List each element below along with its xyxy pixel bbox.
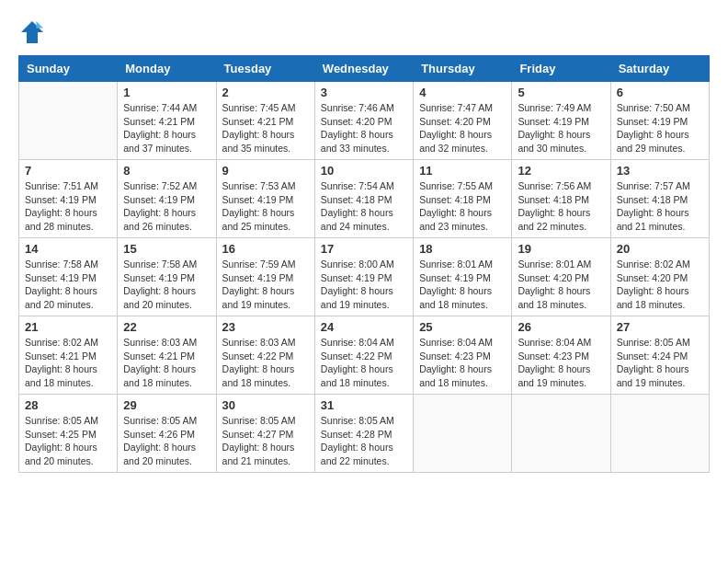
day-info: Sunrise: 8:02 AM Sunset: 4:21 PM Dayligh… [25,336,111,390]
day-info: Sunrise: 7:54 AM Sunset: 4:18 PM Dayligh… [321,179,407,234]
day-number: 26 [518,320,604,334]
calendar-cell: 29Sunrise: 8:05 AM Sunset: 4:26 PM Dayli… [118,395,216,473]
day-info: Sunrise: 8:00 AM Sunset: 4:19 PM Dayligh… [321,258,407,312]
day-number: 19 [518,242,604,256]
day-info: Sunrise: 7:52 AM Sunset: 4:19 PM Dayligh… [123,179,210,234]
calendar-cell [414,395,512,473]
day-info: Sunrise: 7:56 AM Sunset: 4:18 PM Dayligh… [518,179,604,234]
calendar-cell [512,395,610,473]
day-info: Sunrise: 7:53 AM Sunset: 4:19 PM Dayligh… [222,179,309,234]
day-number: 18 [419,242,506,256]
calendar-cell: 15Sunrise: 7:58 AM Sunset: 4:19 PM Dayli… [118,238,216,316]
page-header [18,18,710,46]
calendar-cell: 13Sunrise: 7:57 AM Sunset: 4:18 PM Dayli… [610,160,709,238]
day-info: Sunrise: 8:01 AM Sunset: 4:19 PM Dayligh… [419,258,506,312]
svg-marker-1 [37,21,44,29]
day-number: 9 [222,164,309,178]
weekday-header-friday: Friday [512,56,610,82]
weekday-header-saturday: Saturday [610,56,709,82]
day-info: Sunrise: 8:04 AM Sunset: 4:22 PM Dayligh… [321,336,407,390]
day-number: 25 [419,320,506,334]
day-number: 2 [222,86,309,99]
calendar-cell: 19Sunrise: 8:01 AM Sunset: 4:20 PM Dayli… [512,238,610,316]
calendar-week-1: 1Sunrise: 7:44 AM Sunset: 4:21 PM Daylig… [19,82,710,160]
calendar-cell [19,82,118,160]
calendar-cell: 4Sunrise: 7:47 AM Sunset: 4:20 PM Daylig… [414,82,512,160]
calendar-cell: 23Sunrise: 8:03 AM Sunset: 4:22 PM Dayli… [216,316,314,395]
weekday-header-monday: Monday [118,56,216,82]
calendar-cell: 10Sunrise: 7:54 AM Sunset: 4:18 PM Dayli… [314,160,413,238]
calendar-cell: 22Sunrise: 8:03 AM Sunset: 4:21 PM Dayli… [118,316,216,395]
day-number: 30 [222,398,309,412]
calendar-week-2: 7Sunrise: 7:51 AM Sunset: 4:19 PM Daylig… [19,160,710,238]
calendar-week-4: 21Sunrise: 8:02 AM Sunset: 4:21 PM Dayli… [19,316,710,395]
day-info: Sunrise: 8:05 AM Sunset: 4:24 PM Dayligh… [617,336,703,390]
day-info: Sunrise: 7:46 AM Sunset: 4:20 PM Dayligh… [321,101,407,155]
day-number: 17 [321,242,407,256]
calendar-cell: 31Sunrise: 8:05 AM Sunset: 4:28 PM Dayli… [314,395,413,473]
calendar-cell: 1Sunrise: 7:44 AM Sunset: 4:21 PM Daylig… [118,82,216,160]
calendar-cell: 25Sunrise: 8:04 AM Sunset: 4:23 PM Dayli… [414,316,512,395]
day-info: Sunrise: 8:04 AM Sunset: 4:23 PM Dayligh… [419,336,506,390]
calendar-week-3: 14Sunrise: 7:58 AM Sunset: 4:19 PM Dayli… [19,238,710,316]
calendar-cell: 24Sunrise: 8:04 AM Sunset: 4:22 PM Dayli… [314,316,413,395]
day-info: Sunrise: 8:05 AM Sunset: 4:28 PM Dayligh… [321,414,407,468]
calendar-cell: 8Sunrise: 7:52 AM Sunset: 4:19 PM Daylig… [118,160,216,238]
calendar-cell: 21Sunrise: 8:02 AM Sunset: 4:21 PM Dayli… [19,316,118,395]
day-number: 21 [25,320,111,334]
day-info: Sunrise: 8:05 AM Sunset: 4:26 PM Dayligh… [123,414,210,468]
day-info: Sunrise: 8:01 AM Sunset: 4:20 PM Dayligh… [518,258,604,312]
weekday-header-tuesday: Tuesday [216,56,314,82]
calendar-cell: 27Sunrise: 8:05 AM Sunset: 4:24 PM Dayli… [610,316,709,395]
day-number: 3 [321,86,407,99]
calendar-cell: 20Sunrise: 8:02 AM Sunset: 4:20 PM Dayli… [610,238,709,316]
calendar-cell: 17Sunrise: 8:00 AM Sunset: 4:19 PM Dayli… [314,238,413,316]
day-number: 24 [321,320,407,334]
calendar-cell: 30Sunrise: 8:05 AM Sunset: 4:27 PM Dayli… [216,395,314,473]
calendar-cell: 28Sunrise: 8:05 AM Sunset: 4:25 PM Dayli… [19,395,118,473]
day-info: Sunrise: 7:59 AM Sunset: 4:19 PM Dayligh… [222,258,309,312]
calendar-cell: 18Sunrise: 8:01 AM Sunset: 4:19 PM Dayli… [414,238,512,316]
calendar-cell: 3Sunrise: 7:46 AM Sunset: 4:20 PM Daylig… [314,82,413,160]
weekday-header-sunday: Sunday [19,56,118,82]
calendar-cell: 6Sunrise: 7:50 AM Sunset: 4:19 PM Daylig… [610,82,709,160]
day-info: Sunrise: 8:05 AM Sunset: 4:27 PM Dayligh… [222,414,309,468]
day-info: Sunrise: 7:49 AM Sunset: 4:19 PM Dayligh… [518,101,604,155]
day-number: 23 [222,320,309,334]
day-number: 22 [123,320,210,334]
calendar-cell: 11Sunrise: 7:55 AM Sunset: 4:18 PM Dayli… [414,160,512,238]
day-number: 12 [518,164,604,178]
calendar-cell: 12Sunrise: 7:56 AM Sunset: 4:18 PM Dayli… [512,160,610,238]
day-number: 6 [617,86,703,99]
day-number: 8 [123,164,210,178]
calendar-table: SundayMondayTuesdayWednesdayThursdayFrid… [18,55,710,473]
day-info: Sunrise: 7:58 AM Sunset: 4:19 PM Dayligh… [25,258,111,312]
calendar-cell: 16Sunrise: 7:59 AM Sunset: 4:19 PM Dayli… [216,238,314,316]
day-info: Sunrise: 7:47 AM Sunset: 4:20 PM Dayligh… [419,101,506,155]
svg-marker-0 [21,21,43,43]
logo-icon [18,18,46,46]
day-number: 29 [123,398,210,412]
day-info: Sunrise: 7:50 AM Sunset: 4:19 PM Dayligh… [617,101,703,155]
day-number: 31 [321,398,407,412]
day-number: 27 [617,320,703,334]
day-number: 13 [617,164,703,178]
weekday-header-row: SundayMondayTuesdayWednesdayThursdayFrid… [19,56,710,82]
day-info: Sunrise: 7:58 AM Sunset: 4:19 PM Dayligh… [123,258,210,312]
day-info: Sunrise: 7:44 AM Sunset: 4:21 PM Dayligh… [123,101,210,155]
day-number: 4 [419,86,506,99]
calendar-cell: 26Sunrise: 8:04 AM Sunset: 4:23 PM Dayli… [512,316,610,395]
day-number: 10 [321,164,407,178]
day-number: 1 [123,86,210,99]
calendar-cell: 5Sunrise: 7:49 AM Sunset: 4:19 PM Daylig… [512,82,610,160]
day-number: 7 [25,164,111,178]
day-number: 11 [419,164,506,178]
day-info: Sunrise: 8:04 AM Sunset: 4:23 PM Dayligh… [518,336,604,390]
calendar-cell: 7Sunrise: 7:51 AM Sunset: 4:19 PM Daylig… [19,160,118,238]
calendar-week-5: 28Sunrise: 8:05 AM Sunset: 4:25 PM Dayli… [19,395,710,473]
day-info: Sunrise: 8:05 AM Sunset: 4:25 PM Dayligh… [25,414,111,468]
day-number: 20 [617,242,703,256]
day-info: Sunrise: 8:03 AM Sunset: 4:22 PM Dayligh… [222,336,309,390]
day-info: Sunrise: 7:51 AM Sunset: 4:19 PM Dayligh… [25,179,111,234]
calendar-cell: 2Sunrise: 7:45 AM Sunset: 4:21 PM Daylig… [216,82,314,160]
